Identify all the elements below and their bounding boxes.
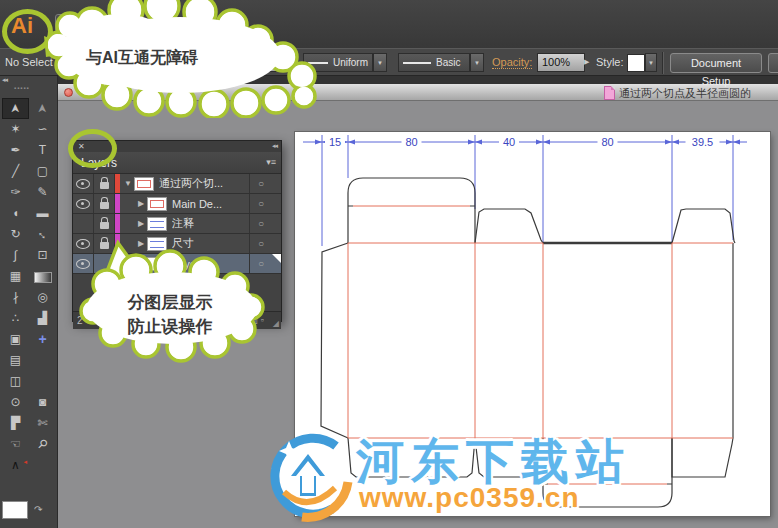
selection-column[interactable]	[272, 194, 281, 213]
new-layer-icon[interactable]: ▥▫	[249, 315, 267, 325]
free-transform-tool-icon[interactable]: ⊡	[29, 245, 56, 266]
visibility-toggle[interactable]	[73, 234, 94, 253]
disclosure-triangle-icon[interactable]: ▶	[135, 219, 147, 228]
slice-tool-icon[interactable]: +	[29, 329, 56, 350]
lock-toggle[interactable]	[94, 194, 115, 213]
layer-name[interactable]: 尺寸	[172, 236, 194, 251]
stroke-weight-dropdown[interactable]: ▼	[278, 53, 292, 72]
panel-resize-grip[interactable]: ◢	[273, 319, 279, 328]
profile-dropdown[interactable]: ▼	[373, 53, 387, 72]
lasso-tool-icon[interactable]: ∽	[29, 119, 56, 140]
document-setup-button[interactable]: Document Setup	[670, 53, 762, 73]
opacity-field[interactable]: 100%	[537, 53, 585, 72]
layer-name[interactable]: 通过两个切...	[159, 176, 223, 191]
lock-toggle[interactable]	[94, 234, 115, 253]
target-circle-icon[interactable]: ○	[249, 214, 272, 233]
divider	[662, 52, 664, 74]
layer-thumbnail[interactable]	[134, 177, 154, 191]
print-tiling-tool-icon[interactable]: ▤	[2, 350, 29, 371]
collapse-panel-icon[interactable]: ◂◂	[272, 142, 277, 150]
selection-column[interactable]	[272, 234, 281, 253]
selection-column[interactable]	[272, 174, 281, 193]
scale-tool-icon[interactable]: ↔	[29, 224, 56, 245]
mesh-tool-icon[interactable]: ▦	[2, 266, 29, 287]
style-swatch[interactable]	[627, 54, 645, 72]
magic-wand-tool-icon[interactable]: ✶	[2, 119, 29, 140]
target-circle-icon[interactable]: ○	[249, 234, 272, 253]
rectangle-tool-icon[interactable]: ▢	[29, 161, 56, 182]
opacity-spinner[interactable]: ▶	[584, 58, 589, 66]
layers-tab[interactable]: Layers ▾≡	[73, 152, 281, 174]
eraser-tool-icon[interactable]: ▬	[29, 203, 56, 224]
width-tool-icon[interactable]: ∫	[2, 245, 29, 266]
gradient-tool-icon[interactable]	[29, 266, 56, 287]
layer-row[interactable]: ▶注释○	[73, 214, 281, 234]
variable-width-profile-select[interactable]: Uniform	[303, 53, 373, 72]
preferences-button[interactable]: Pr	[768, 53, 778, 73]
layer-name[interactable]: Main De...	[172, 198, 222, 210]
shaper-tool-icon[interactable]: ◖	[2, 203, 29, 224]
layer-row[interactable]: ▶Main De...○	[73, 194, 281, 214]
fill-stroke-proxy[interactable]: ↷	[2, 500, 56, 519]
paintbrush-tool-icon[interactable]: ✑	[2, 182, 29, 203]
bridge-button[interactable]: Br	[55, 14, 81, 33]
perspective-grid-tool-icon[interactable]: ◫	[2, 371, 29, 392]
live-paint-bucket-tool-icon[interactable]: ◙	[29, 392, 56, 413]
style-dropdown[interactable]: ▼	[645, 53, 657, 72]
panel-menu-icon[interactable]: ▾≡	[266, 157, 276, 167]
tools-collapse-icon[interactable]: ◂◂	[2, 76, 7, 84]
close-icon[interactable]: ✕	[78, 142, 85, 151]
layer-thumbnail[interactable]	[147, 217, 167, 231]
lock-toggle[interactable]	[94, 174, 115, 193]
disclosure-triangle-icon[interactable]: ▶	[135, 239, 147, 248]
layer-thumbnail[interactable]	[147, 197, 167, 211]
type-tool-icon[interactable]: T	[29, 140, 56, 161]
layer-name[interactable]: 注释	[172, 216, 194, 231]
visibility-toggle[interactable]	[73, 254, 94, 273]
window-close-button[interactable]	[64, 88, 73, 97]
hand-tool-icon[interactable]: ☜	[2, 434, 29, 455]
lock-toggle[interactable]	[94, 214, 115, 233]
disclosure-triangle-icon[interactable]: ▶	[135, 199, 147, 208]
crop-marks-tool-icon[interactable]: ▛	[2, 413, 29, 434]
blend-tool-icon[interactable]: ◎	[29, 287, 56, 308]
visibility-toggle[interactable]	[73, 214, 94, 233]
swap-fill-stroke-icon[interactable]: ↷	[34, 504, 42, 515]
brush-definition-select[interactable]: Basic	[398, 53, 470, 72]
layer-row[interactable]: ▼通过两个切...○	[73, 174, 281, 194]
lock-toggle[interactable]	[94, 254, 115, 273]
selection-column[interactable]	[272, 254, 281, 273]
artboard[interactable]: 1580408039.5	[295, 132, 770, 516]
layer-row[interactable]: ▶尺寸○	[73, 234, 281, 254]
opacity-label[interactable]: Opacity:	[492, 56, 532, 69]
direct-selection-tool-icon[interactable]: ➤	[29, 98, 56, 119]
target-circle-icon[interactable]: ○	[249, 194, 272, 213]
cursor-snap-indicator-icon[interactable]: ∧◂	[2, 455, 29, 476]
eyedropper-tool-icon[interactable]: ∤	[2, 287, 29, 308]
shape-builder-tool-icon[interactable]: ⊙	[2, 392, 29, 413]
symbol-sprayer-tool-icon[interactable]: ∴	[2, 308, 29, 329]
line-segment-tool-icon[interactable]: ╱	[2, 161, 29, 182]
disclosure-triangle-icon[interactable]: ▼	[122, 179, 134, 188]
pencil-tool-icon[interactable]: ✎	[29, 182, 56, 203]
selection-column[interactable]	[272, 214, 281, 233]
target-circle-icon[interactable]: ○	[249, 254, 272, 273]
stroke-weight-field[interactable]: 0.353 mr	[208, 53, 278, 72]
visibility-toggle[interactable]	[73, 174, 94, 193]
layer-thumbnail[interactable]	[147, 257, 167, 271]
layer-name[interactable]: Layer 1	[172, 258, 209, 270]
visibility-toggle[interactable]	[73, 194, 94, 213]
fill-color-swatch[interactable]	[2, 501, 28, 519]
artboard-tool-icon[interactable]: ▣	[2, 329, 29, 350]
column-graph-tool-icon[interactable]: ▟	[29, 308, 56, 329]
tools-grip-icon[interactable]: ▪▪▪▪▪	[14, 85, 30, 91]
pen-tool-icon[interactable]: ✒	[2, 140, 29, 161]
rotate-tool-icon[interactable]: ↻	[2, 224, 29, 245]
target-circle-icon[interactable]: ○	[249, 174, 272, 193]
knife-tool-icon[interactable]: ✄	[29, 413, 56, 434]
layer-row[interactable]: Layer 1○	[73, 254, 281, 274]
brush-dropdown[interactable]: ▼	[470, 53, 484, 72]
zoom-tool-icon[interactable]: ⚲	[29, 434, 56, 455]
selection-tool-icon[interactable]: ➤	[2, 98, 29, 119]
layer-thumbnail[interactable]	[147, 237, 167, 251]
